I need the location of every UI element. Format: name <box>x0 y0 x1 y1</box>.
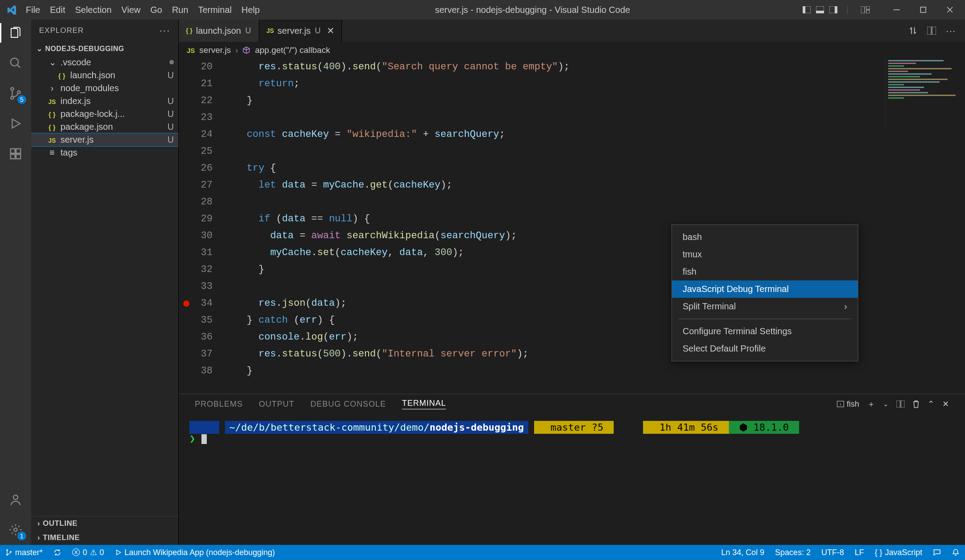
status-lang-label: JavaScript <box>885 548 922 557</box>
customize-layout-icon[interactable] <box>861 6 870 13</box>
compare-changes-icon[interactable] <box>909 26 917 35</box>
status-launch-config[interactable]: Launch Wikipedia App (nodejs-debugging) <box>109 548 280 557</box>
file-name: package.json <box>60 122 164 132</box>
minimize-button[interactable] <box>883 0 910 20</box>
file-tree-item[interactable]: { } package-lock.j... U <box>31 108 178 120</box>
menu-item[interactable]: Select Default Profile <box>672 340 858 357</box>
terminal-shell-indicator[interactable]: › fish <box>837 400 859 409</box>
file-tree-item[interactable]: ≡ tags <box>31 146 178 159</box>
menu-item-label: Select Default Profile <box>683 344 766 354</box>
menu-edit[interactable]: Edit <box>45 3 69 17</box>
editor-tab[interactable]: JS server.js U ✕ <box>259 20 342 42</box>
layout-left-icon[interactable] <box>801 5 812 14</box>
sidebar-section[interactable]: ⌄ NODEJS-DEBUGGING <box>31 42 178 56</box>
menu-item[interactable]: Split Terminal› <box>672 298 858 315</box>
svg-rect-26 <box>932 27 936 35</box>
status-problems[interactable]: ⓧ0 ⚠0 <box>67 547 109 558</box>
svg-rect-20 <box>16 149 20 153</box>
layout-bottom-icon[interactable] <box>814 5 826 14</box>
tab-label: server.js <box>277 26 310 36</box>
search-icon[interactable] <box>7 54 24 72</box>
tab-label: launch.json <box>196 26 241 36</box>
new-terminal-button[interactable]: ＋ <box>867 399 875 409</box>
menu-view[interactable]: View <box>117 3 145 17</box>
menu-item[interactable]: JavaScript Debug Terminal <box>672 280 858 298</box>
svg-rect-3 <box>816 11 824 13</box>
outline-section[interactable]: ›OUTLINE <box>31 516 178 531</box>
split-terminal-icon[interactable] <box>897 400 905 408</box>
menu-item-label: fish <box>683 267 696 277</box>
terminal-profile-icon: › <box>837 401 844 407</box>
file-name: tags <box>60 148 174 158</box>
status-cursor[interactable]: Ln 34, Col 9 <box>716 548 770 557</box>
menu-item[interactable]: fish <box>672 263 858 280</box>
menu-terminal[interactable]: Terminal <box>193 3 236 17</box>
tab-debug-console[interactable]: DEBUG CONSOLE <box>310 400 386 409</box>
status-eol[interactable]: LF <box>849 548 869 557</box>
explorer-icon[interactable] <box>7 24 24 42</box>
terminal-dropdown-icon[interactable]: ⌄ <box>883 400 889 408</box>
editor-tab[interactable]: { } launch.json U <box>179 20 259 42</box>
kill-terminal-icon[interactable] <box>913 400 920 408</box>
file-tree-item[interactable]: ⌄ .vscode <box>31 56 178 69</box>
status-branch[interactable]: master* <box>0 548 48 557</box>
breadcrumbs[interactable]: JS server.js › app.get("/") callback <box>179 42 965 59</box>
scm-badge: 5 <box>17 95 26 104</box>
close-button[interactable] <box>937 0 963 20</box>
menu-item[interactable]: tmux <box>672 246 858 263</box>
status-sync[interactable] <box>48 548 67 556</box>
status-notifications-icon[interactable] <box>946 548 965 556</box>
more-actions-icon[interactable]: ··· <box>946 26 956 36</box>
terminal-content[interactable]: ~/de/b/betterstack-community/demo/nodejs… <box>179 414 965 545</box>
menu-run[interactable]: Run <box>168 3 193 17</box>
terminal-segment-host <box>189 421 204 434</box>
breakpoint-icon[interactable] <box>183 300 189 307</box>
cube-icon <box>242 46 250 54</box>
chevron-right-icon: › <box>844 301 847 312</box>
titlebar: File Edit Selection View Go Run Terminal… <box>0 0 965 20</box>
settings-gear-icon[interactable]: 1 <box>7 521 24 539</box>
menu-item[interactable]: bash <box>672 228 858 246</box>
panel-close-icon[interactable]: ✕ <box>942 399 949 409</box>
svg-rect-25 <box>927 27 931 35</box>
tab-close-icon[interactable]: ✕ <box>327 25 334 36</box>
status-language[interactable]: { }JavaScript <box>869 548 928 557</box>
maximize-button[interactable] <box>910 0 937 20</box>
accounts-icon[interactable] <box>7 491 24 508</box>
menu-selection[interactable]: Selection <box>71 3 116 17</box>
split-editor-icon[interactable] <box>927 27 936 35</box>
sidebar-more-icon[interactable]: ··· <box>160 25 170 36</box>
breadcrumb-symbol[interactable]: app.get("/") callback <box>255 45 330 55</box>
panel-maximize-icon[interactable]: ⌃ <box>928 399 934 409</box>
run-debug-icon[interactable] <box>7 115 24 132</box>
tab-problems[interactable]: PROBLEMS <box>195 400 243 409</box>
terminal-prompt: ❯ <box>189 433 195 444</box>
file-tree-item[interactable]: JS index.js U <box>31 95 178 108</box>
svg-rect-19 <box>11 149 15 153</box>
file-tree-item[interactable]: › node_modules <box>31 82 178 95</box>
tab-terminal[interactable]: TERMINAL <box>402 399 446 409</box>
menu-item[interactable]: Configure Terminal Settings <box>672 323 858 340</box>
extensions-icon[interactable] <box>7 145 24 163</box>
source-control-icon[interactable]: 5 <box>7 84 24 102</box>
file-tree-item[interactable]: JS server.js U <box>31 133 178 146</box>
menu-file[interactable]: File <box>21 3 44 17</box>
breadcrumb-file[interactable]: server.js <box>199 45 231 55</box>
modified-dot-icon <box>169 60 174 64</box>
svg-rect-1 <box>803 6 805 13</box>
timeline-section[interactable]: ›TIMELINE <box>31 531 178 545</box>
tab-output[interactable]: OUTPUT <box>259 400 294 409</box>
menu-go[interactable]: Go <box>146 3 167 17</box>
terminal-profile-menu: bashtmuxfishJavaScript Debug TerminalSpl… <box>671 224 858 361</box>
layout-right-icon[interactable] <box>828 5 839 14</box>
svg-rect-21 <box>11 154 15 159</box>
file-tree-item[interactable]: { } package.json U <box>31 120 178 133</box>
json-icon: { } <box>57 70 67 80</box>
minimap[interactable] <box>885 59 965 130</box>
file-tree-item[interactable]: { } launch.json U <box>31 69 178 82</box>
status-indent[interactable]: Spaces: 2 <box>770 548 816 557</box>
status-encoding[interactable]: UTF-8 <box>816 548 849 557</box>
menu-help[interactable]: Help <box>237 3 264 17</box>
svg-point-24 <box>14 528 17 532</box>
status-feedback-icon[interactable] <box>928 548 946 556</box>
